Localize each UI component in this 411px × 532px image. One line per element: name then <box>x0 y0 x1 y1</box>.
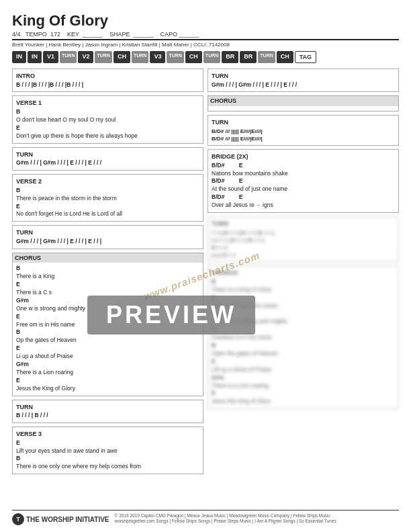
nav-in2[interactable]: IN <box>28 51 42 63</box>
turn-right1-section: TURN G#m / / / | G#m / / / | E / / / | E… <box>208 69 399 92</box>
footer: T THE WORSHIP INITIATIVE © 2016 2019 Cap… <box>12 510 399 525</box>
nav-br1[interactable]: BR <box>222 51 238 63</box>
intro-section: INTRO B / / / |B / / / |B / / / |B / / /… <box>12 69 203 92</box>
bridge-line1: B/D# E <box>212 162 395 170</box>
tempo-label: TEMPO <box>26 31 47 38</box>
turn-chord-line2: B/D# /// ||||| E////|E////| <box>212 135 395 142</box>
turn2-label: TURN <box>16 228 199 237</box>
turn3-section: TURN B / / / | B / / / <box>12 400 203 423</box>
turn-right2-section: TURN / / / | B / / / | B / / / | B / / /… <box>208 216 399 262</box>
verse3-chord1: E <box>16 439 199 447</box>
page-title: King Of Glory <box>12 12 399 30</box>
turn-r2-line4: | | | | E / / / <box>212 251 395 259</box>
turn-right1-label: TURN <box>212 72 395 81</box>
key-value: ______ <box>83 31 103 38</box>
verse2-chord2: E <box>16 203 199 211</box>
turn1-section: TURN G#m / / / | G#m / / / | E / / / | E… <box>12 147 203 171</box>
copyright-line: © 2016 2019 Capitol CMG Paragon | Meaux … <box>115 513 336 519</box>
shape-label: SHAPE <box>109 31 130 38</box>
verse2-chord1: B <box>16 187 199 195</box>
verse3-line2: There is one only one where my help come… <box>16 463 199 471</box>
cr-line7: There is a Lion roaring <box>212 382 395 390</box>
bridge-text2: At the sound of just one name <box>212 185 395 193</box>
nav-turn5[interactable]: TURN <box>203 51 220 63</box>
logo-circle-icon: T <box>12 513 24 525</box>
verse2-line1: There is peace in the storm in the storm <box>16 195 199 203</box>
cr-chord1: B <box>212 278 395 286</box>
capo-value: ______ <box>179 31 199 38</box>
turn-chord-section: TURN B/D# /// ||||| E////|E////| B/D# //… <box>208 115 399 146</box>
nav-ch2[interactable]: CH <box>185 51 202 63</box>
nav-tag[interactable]: TAG <box>295 51 316 63</box>
chorus-header-section: CHORUS <box>208 95 399 112</box>
cr-line4: Freedom is in His name <box>212 334 395 342</box>
intro-label: INTRO <box>16 72 199 81</box>
cr-line5: Open the gates of Heaven <box>212 350 395 358</box>
chorus-l-line4: Free om is in His name <box>16 321 199 329</box>
license-line: worshiptogether.com Songs | Fellow Ships… <box>115 519 336 524</box>
turn2-line: G#m / / / | G#m / / / | E / / / | E / / … <box>16 238 199 246</box>
tempo-value: 172 <box>50 31 60 38</box>
chorus-left-section: CHORUS B There is a King E There is a C … <box>12 253 203 396</box>
navigation-bar: IN IN V1 TURN V2 TURN CH TURN V3 TURN CH… <box>12 51 399 63</box>
nav-v2[interactable]: V2 <box>78 51 93 63</box>
nav-ch3[interactable]: CH <box>277 51 293 63</box>
turn-r2-line1: / / / | B / / / | B / / / | B / / / | <box>212 229 395 236</box>
intro-line1: B / / / |B / / / |B / / / |B / / / | <box>16 81 199 89</box>
bridge-text1: Nations bow mountains shake <box>212 170 395 178</box>
time-sig: 4/4 <box>12 31 21 38</box>
key-label: KEY <box>67 31 79 38</box>
nav-br2[interactable]: BR <box>240 51 257 63</box>
turn3-line: B / / / | B / / / <box>16 412 199 420</box>
nav-turn4[interactable]: TURN <box>167 51 183 63</box>
cr-chord3: G#m <box>212 310 395 318</box>
turn2-section: TURN G#m / / / | G#m / / / | E / / / | E… <box>12 225 203 249</box>
verse1-chord2: E <box>16 124 199 132</box>
verse1-line2: Don't give up there is hope there is alw… <box>16 132 199 140</box>
verse2-section: VERSE 2 B There is peace in the storm in… <box>12 174 203 222</box>
nav-v1[interactable]: V1 <box>43 51 58 63</box>
verse1-chord1: B <box>16 108 199 116</box>
cr-line2: There is a God who saves <box>212 302 395 310</box>
footer-logo: T THE WORSHIP INITIATIVE <box>12 513 109 525</box>
nav-turn3[interactable]: TURN <box>132 51 148 63</box>
chorus-l-line3: One w is strong and mighty <box>16 305 199 313</box>
chorus-l-line1: There is a King <box>16 273 199 281</box>
authors: Brett Younker | Hank Bentley | Jason Ing… <box>12 42 399 48</box>
chorus-header-label: CHORUS <box>208 96 398 106</box>
bridge-text3: Over all Jesus re - igns <box>212 202 395 210</box>
bridge-line2: B/D# E <box>212 177 395 185</box>
nav-turn6[interactable]: TURN <box>258 51 275 63</box>
cr-line8: Jesus the King of Glory <box>212 398 395 406</box>
verse2-label: VERSE 2 <box>16 177 199 186</box>
cr-line3: One who is strong and mighty <box>212 318 395 326</box>
nav-v3[interactable]: V3 <box>150 51 165 63</box>
turn-r2-line2: | e / / / | B / / / | B / / / | <box>212 236 395 244</box>
cr-chord6: E <box>212 358 395 366</box>
chorus-l-chord4: E <box>16 313 199 321</box>
turn-chord-label: TURN <box>212 118 395 127</box>
right-column: TURN G#m / / / | G#m / / / | E / / / | E… <box>208 69 399 478</box>
turn-chord-line1: B/D# /// ||||| E////|E////| <box>212 128 395 135</box>
chorus-l-chord2: E <box>16 281 199 289</box>
turn-right2-label: TURN <box>212 220 395 228</box>
nav-in1[interactable]: IN <box>12 51 26 63</box>
verse3-line1: Lift your eyes stand in awe stand in awe <box>16 447 199 455</box>
chorus-l-line2: There is a C s <box>16 289 199 297</box>
nav-turn2[interactable]: TURN <box>95 51 111 63</box>
chorus-l-line7: There is a Lion roaring <box>16 369 199 377</box>
verse2-line2: No don't forget He is Lord He is Lord of… <box>16 210 199 218</box>
cr-line6: Lift up a shout of Praise <box>212 366 395 374</box>
left-column: INTRO B / / / |B / / / |B / / / |B / / /… <box>12 69 203 478</box>
bridge-label: BRIDGE (2X) <box>212 152 395 161</box>
chorus-l-line8: Jesus the King of Glory <box>16 385 199 393</box>
turn-r2-line3: B / / / | <box>212 244 395 251</box>
cr-chord4: E <box>212 326 395 334</box>
nav-turn1[interactable]: TURN <box>60 51 77 63</box>
chorus-right-section: CHORUS B There is a King of Glory E Ther… <box>208 265 399 409</box>
nav-ch1[interactable]: CH <box>113 51 130 63</box>
bridge-line3: B/D# E <box>212 193 395 202</box>
chorus-l-chord1: B <box>16 265 199 273</box>
chorus-l-chord8: E <box>16 377 199 385</box>
cr-chord5: B <box>212 342 395 350</box>
